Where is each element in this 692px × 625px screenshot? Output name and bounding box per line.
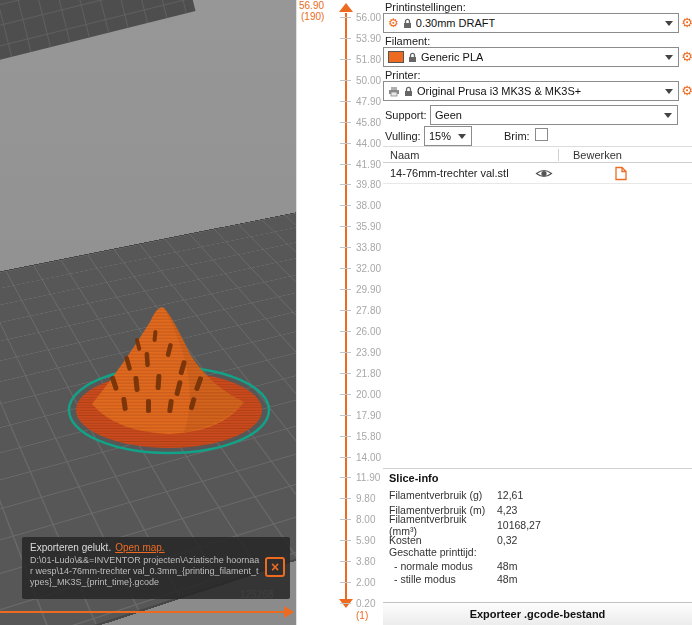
printer-value: Original Prusa i3 MK3S & MK3S+ [417, 85, 581, 97]
print-time-rows: - normale modus48m- stille modus48m [394, 559, 686, 586]
lock-icon [408, 52, 417, 63]
print-time-row: - stille modus48m [394, 573, 686, 587]
print-time-title: Geschatte printtijd: [389, 546, 477, 558]
close-icon[interactable]: × [265, 557, 285, 577]
column-divider [558, 149, 559, 161]
export-gcode-button[interactable]: Exporteer .gcode-bestand [383, 602, 692, 625]
slice-info-row: Kosten0,32 [389, 532, 687, 547]
edit-document-icon[interactable] [614, 166, 628, 181]
support-combo[interactable]: Geen [430, 105, 678, 125]
brim-checkbox[interactable] [535, 128, 548, 141]
open-folder-link[interactable]: Open map. [115, 542, 164, 553]
print-settings-gear-icon[interactable]: ⚙ [680, 15, 692, 31]
column-edit: Bewerken [573, 149, 622, 161]
filament-label: Filament: [385, 35, 430, 47]
layer-slider[interactable] [345, 13, 347, 599]
printer-gear-icon[interactable]: ⚙ [680, 83, 692, 99]
printer-label: Printer: [385, 69, 420, 81]
slider-top-value: 56.90 [299, 0, 324, 11]
infill-value: 15% [429, 130, 451, 142]
slider-down-arrow-icon[interactable] [339, 599, 353, 608]
lock-icon [403, 18, 412, 29]
slice-info-title: Slice-info [389, 472, 439, 484]
print-settings-combo[interactable]: ⚙ 0.30mm DRAFT [383, 13, 679, 33]
slider-up-arrow-icon[interactable] [339, 3, 353, 12]
print-settings-value: 0.30mm DRAFT [416, 17, 495, 29]
lock-icon [404, 86, 413, 97]
filament-gear-icon[interactable]: ⚙ [680, 49, 692, 65]
export-toast: Exporteren gelukt.Open map. D:\01-Ludo\&… [22, 537, 290, 599]
slider-top-layer: (190) [301, 11, 324, 22]
horizontal-ruler-line [0, 611, 284, 613]
slice-info-row: Filamentverbruik (g)12,61 [389, 487, 687, 502]
preset-gear-icon: ⚙ [388, 17, 399, 29]
filament-value: Generic PLA [421, 51, 483, 63]
object-table-header: Naam Bewerken [383, 146, 692, 163]
table-row[interactable]: 14-76mm-trechter val.stl [383, 163, 692, 184]
object-file-name: 14-76mm-trechter val.stl [390, 167, 509, 179]
slider-bottom-layer: (1) [356, 610, 368, 621]
viewport-3d[interactable]: 125268 Exporteren gelukt.Open map. D:\01… [0, 0, 296, 625]
slice-info-row: Filamentverbruik (mm³)10168,27 [389, 517, 687, 532]
right-arrow-icon [284, 606, 294, 618]
brim-label: Brim: [504, 130, 530, 142]
chevron-down-icon [665, 89, 673, 94]
support-label: Support: [385, 109, 427, 121]
print-time-row: - normale modus48m [394, 559, 686, 573]
infill-combo[interactable]: 15% [424, 126, 472, 146]
toast-message: Exporteren gelukt.Open map. [30, 542, 260, 553]
print-settings-label: Printinstellingen: [385, 1, 466, 13]
filament-combo[interactable]: Generic PLA [383, 47, 679, 67]
slice-info-divider [383, 468, 692, 469]
export-path: D:\01-Ludo\&&=INVENTOR projecten\Aziatis… [30, 555, 260, 588]
slice-info-rows: Filamentverbruik (g)12,61Filamentverbrui… [389, 487, 687, 547]
chevron-down-icon [665, 21, 673, 26]
chevron-down-icon [458, 134, 466, 139]
eye-icon[interactable] [535, 167, 553, 180]
printer-icon [388, 86, 400, 97]
support-value: Geen [435, 109, 462, 121]
printer-combo[interactable]: Original Prusa i3 MK3S & MK3S+ [383, 81, 679, 101]
layer-slider-strip [296, 0, 383, 625]
print-bed-far-edge [0, 0, 196, 67]
filament-color-swatch [388, 51, 404, 63]
chevron-down-icon [664, 113, 672, 118]
infill-label: Vulling: [385, 130, 421, 142]
column-name: Naam [390, 149, 419, 161]
model-cone[interactable] [52, 292, 290, 460]
chevron-down-icon [665, 55, 673, 60]
toast-text: Exporteren gelukt. [30, 542, 111, 553]
